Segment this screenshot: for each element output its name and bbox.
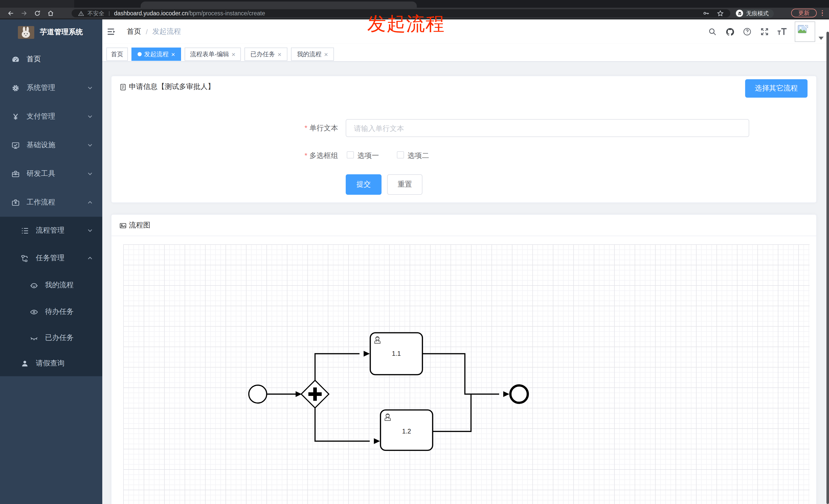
breadcrumb-home[interactable]: 首页 [127, 27, 141, 36]
home-icon[interactable] [44, 8, 57, 18]
document-icon [119, 83, 127, 91]
divider [111, 236, 816, 236]
browser-active-tab[interactable] [141, 2, 417, 8]
task2-label: 1.2 [402, 428, 411, 435]
url-host[interactable]: dashboard.yudao.iocoder.cn [114, 10, 188, 16]
avatar[interactable] [795, 22, 815, 42]
tab-home[interactable]: 首页 [106, 47, 128, 61]
chevron-down-icon [87, 142, 93, 148]
reset-button[interactable]: 重置 [387, 174, 423, 195]
page-root: 不安全 dashboard.yudao.iocoder.cn/bpm/proce… [0, 0, 829, 504]
browser-update-button[interactable]: 更新 [791, 9, 817, 17]
chevron-down-icon [87, 171, 93, 177]
apply-info-card: 申请信息【测试多审批人】 选择其它流程 *单行文本 *多选框组 选项一 选项二 … [111, 76, 817, 203]
robot-face-icon [30, 281, 38, 289]
fullscreen-icon[interactable] [756, 20, 773, 44]
flow-icon [21, 254, 29, 263]
reload-icon[interactable] [31, 8, 44, 18]
caret-down-icon[interactable] [818, 36, 824, 40]
kebab-menu-icon[interactable] [821, 9, 824, 17]
sidebar-item-payment[interactable]: 支付管理 [0, 102, 102, 131]
page-scrollbar[interactable] [826, 32, 829, 504]
required-asterisk: * [304, 151, 308, 159]
sidebar-item-process-mgmt[interactable]: 流程管理 [0, 217, 102, 244]
sidebar-item-my-process[interactable]: 我的流程 [0, 272, 102, 299]
sidebar-item-leave-query[interactable]: 请假查询 [0, 351, 102, 376]
question-icon[interactable] [738, 20, 756, 44]
breadcrumb: 首页 / 发起流程 [127, 20, 181, 44]
url-path[interactable]: /bpm/process-instance/create [188, 10, 265, 16]
briefcase-icon [11, 198, 20, 207]
insecure-label[interactable]: 不安全 [87, 9, 104, 17]
apply-info-header: 申请信息【测试多审批人】 [119, 82, 215, 91]
monitor-icon [11, 141, 20, 150]
bpmn-user-task-2[interactable]: 1.2 [381, 410, 433, 450]
sidebar-item-workflow[interactable]: 工作流程 [0, 188, 102, 217]
sidebar-submenu-workflow: 流程管理 任务管理 我的流程 待办任务 [0, 217, 102, 376]
select-other-process-button[interactable]: 选择其它流程 [745, 79, 807, 98]
chevron-down-icon [87, 114, 93, 120]
sidebar-item-infra[interactable]: 基础设施 [0, 131, 102, 159]
tab-form-edit[interactable]: 流程表单-编辑 × [185, 47, 241, 61]
image-icon [119, 222, 127, 229]
app-title: 芋道管理系统 [40, 28, 83, 37]
diagram-header: 流程图 [119, 221, 150, 230]
checkbox-option-2[interactable] [397, 151, 404, 158]
font-size-icon[interactable] [773, 20, 791, 44]
checkbox-label-option-1[interactable]: 选项一 [358, 151, 379, 160]
close-icon[interactable]: × [171, 51, 175, 57]
flow-gateway-to-task2 [315, 408, 370, 441]
close-icon[interactable]: × [231, 51, 235, 57]
app-logo[interactable]: 芋道管理系统 [0, 20, 102, 45]
key-icon[interactable] [703, 10, 710, 17]
bpmn-end-event[interactable] [510, 385, 528, 403]
github-icon[interactable] [721, 20, 738, 44]
logo-rabbit-avatar [18, 26, 34, 39]
url-separator [109, 11, 109, 15]
broken-image-icon [797, 24, 809, 36]
active-tab-dot [137, 52, 141, 56]
bookmark-star-icon[interactable] [717, 9, 724, 17]
sidebar-item-task-mgmt[interactable]: 任务管理 [0, 244, 102, 272]
person-icon [21, 359, 29, 368]
tab-start-process[interactable]: 发起流程 × [132, 47, 181, 61]
search-icon[interactable] [704, 20, 721, 44]
back-icon[interactable] [4, 8, 17, 18]
warning-icon [78, 10, 84, 16]
checkbox-label-option-2[interactable]: 选项二 [407, 151, 429, 160]
close-icon[interactable]: × [278, 51, 281, 57]
eye-closed-icon [30, 334, 38, 342]
single-line-text-input[interactable] [346, 119, 749, 137]
gear-icon [11, 84, 20, 92]
sidebar-item-home[interactable]: 首页 [0, 45, 102, 74]
main-content: 申请信息【测试多审批人】 选择其它流程 *单行文本 *多选框组 选项一 选项二 … [102, 62, 829, 504]
tab-done-tasks[interactable]: 已办任务 × [245, 47, 287, 61]
bpmn-canvas[interactable]: 1.1 1.2 [123, 244, 809, 504]
submit-button[interactable]: 提交 [346, 174, 382, 195]
sidebar-item-done-tasks[interactable]: 已办任务 [0, 325, 102, 351]
sidebar-item-todo-tasks[interactable]: 待办任务 [0, 299, 102, 325]
dashboard-icon [11, 55, 20, 64]
sidebar: 芋道管理系统 首页 系统管理 支付管理 基础设施 [0, 20, 102, 504]
tab-my-process[interactable]: 我的流程 × [291, 47, 334, 61]
yen-icon [11, 112, 20, 121]
sidebar-item-system[interactable]: 系统管理 [0, 74, 102, 102]
hamburger-icon[interactable] [106, 27, 117, 37]
tags-view-bar: 首页 发起流程 × 流程表单-编辑 × 已办任务 × 我的流程 × [102, 44, 829, 62]
app-navbar: 首页 / 发起流程 [102, 20, 829, 44]
bpmn-user-task-1[interactable]: 1.1 [370, 333, 423, 375]
field-label-single-line: *单行文本 [236, 124, 338, 133]
chevron-down-icon [87, 228, 93, 234]
flow-gateway-to-task1 [315, 354, 360, 380]
close-icon[interactable]: × [324, 51, 328, 57]
bpmn-start-event[interactable] [249, 385, 267, 403]
chevron-down-icon [87, 85, 93, 91]
checkbox-option-1[interactable] [347, 151, 354, 158]
bpmn-parallel-gateway[interactable] [301, 380, 329, 408]
process-diagram-card: 流程图 [111, 214, 817, 504]
bpmn-diagram: 1.1 1.2 [123, 244, 809, 504]
flow-task1-to-end [423, 354, 499, 394]
sidebar-item-devtools[interactable]: 研发工具 [0, 159, 102, 188]
forward-icon[interactable] [17, 8, 31, 18]
flow-task2-to-join [433, 395, 471, 431]
